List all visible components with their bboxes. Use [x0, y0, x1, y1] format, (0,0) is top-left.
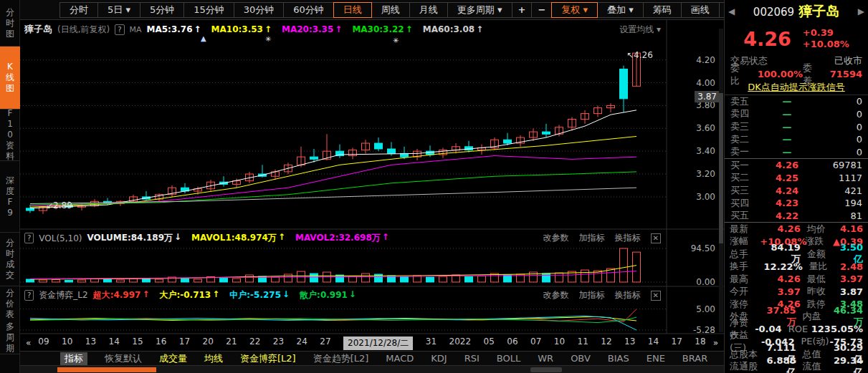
- weibi-row: 委比 100.00% 委差 71594: [725, 67, 868, 81]
- axis-label: 3.60: [696, 122, 715, 134]
- indicator-tab[interactable]: OBV: [571, 353, 591, 364]
- period-button[interactable]: 5日 ▾: [97, 2, 140, 18]
- dk-signal-link[interactable]: DK点自动提示涨跌信号: [725, 81, 868, 95]
- pane-action-links: 改参数加指标换指标: [543, 289, 641, 301]
- indicator-tab[interactable]: 资金趋势[L2]: [313, 352, 369, 365]
- indicator-tab[interactable]: 均线: [204, 352, 223, 365]
- sidebar-tab[interactable]: 多周期: [0, 321, 20, 354]
- next-stock-icon[interactable]: ▶: [858, 6, 864, 16]
- indicator-tab[interactable]: BRAR: [682, 353, 707, 364]
- trend-arrow-icon: ↑: [264, 24, 272, 34]
- stock-name: 獐子岛: [798, 2, 839, 21]
- period-button[interactable]: 5分钟: [140, 2, 184, 18]
- indicator-tab[interactable]: BIAS: [608, 353, 629, 364]
- fund-readout: 超大:4.997 ↑: [93, 289, 150, 301]
- indicator-tab[interactable]: WR: [538, 353, 553, 364]
- hscroll-thumb[interactable]: [57, 367, 156, 372]
- bid-row[interactable]: 买二 4.25 1117: [725, 172, 868, 185]
- hscroll-handle[interactable]: [530, 367, 562, 372]
- pane-action[interactable]: 换指标: [615, 232, 641, 244]
- help-icon[interactable]: ?: [24, 290, 34, 301]
- ma-line: [30, 110, 636, 208]
- bid-row[interactable]: 买三 4.24 421: [725, 184, 868, 197]
- pane-action[interactable]: 改参数: [543, 289, 569, 301]
- trend-arrow-icon: ↑: [406, 24, 413, 34]
- kline-chart-canvas[interactable]: [20, 20, 724, 335]
- sidebar-tab[interactable]: 深度F9: [0, 161, 20, 233]
- ask-row[interactable]: 卖二 — 0: [725, 133, 868, 146]
- period-button[interactable]: 周线: [371, 2, 410, 18]
- pane-action[interactable]: 加指标: [579, 232, 605, 244]
- prev-stock-icon[interactable]: ◀: [728, 6, 735, 16]
- candle: [543, 132, 550, 134]
- help-icon[interactable]: ?: [115, 24, 124, 35]
- close-pane-icon[interactable]: ✕: [651, 291, 661, 301]
- close-pane-icon[interactable]: ✕: [651, 233, 661, 243]
- scroll-right-icon[interactable]: »: [713, 338, 718, 348]
- chart-hscrollbar[interactable]: [20, 365, 724, 373]
- indicator-tab[interactable]: RSI: [464, 353, 480, 364]
- volume-bar: [555, 273, 563, 282]
- indicator-tab[interactable]: 指标: [60, 352, 87, 365]
- sidebar-tab[interactable]: K线图: [0, 47, 20, 110]
- help-icon[interactable]: ?: [24, 233, 34, 243]
- tool-button[interactable]: 筹码: [643, 2, 682, 18]
- scroll-left-icon[interactable]: «: [26, 338, 31, 348]
- period-button[interactable]: 30分钟: [234, 2, 285, 18]
- price-annotation: ↖4.26: [626, 50, 653, 60]
- pane-action[interactable]: 改参数: [543, 232, 569, 244]
- ask-row[interactable]: 卖四 — 0: [725, 108, 868, 121]
- price-annotation: ↙2.89: [46, 200, 72, 210]
- candle: [375, 143, 383, 149]
- period-button[interactable]: 分时: [59, 2, 98, 18]
- fund-readout: 散户:0.991 ↓: [300, 289, 356, 301]
- trend-arrow-icon: ↑: [476, 24, 483, 34]
- tool-button[interactable]: +: [512, 2, 533, 18]
- period-button[interactable]: 日线: [333, 2, 372, 18]
- bid-row[interactable]: 买一 4.26 69781: [725, 159, 868, 172]
- tool-button[interactable]: 叠加 ▾: [597, 2, 644, 18]
- indicator-tab[interactable]: BOLL: [497, 353, 520, 364]
- pane-action[interactable]: 换指标: [615, 289, 641, 301]
- vscroll-thumb[interactable]: [719, 93, 723, 243]
- axis-label: 0.00: [696, 276, 715, 288]
- indicator-tab[interactable]: MACD: [386, 353, 414, 364]
- date-label: 07: [530, 336, 541, 350]
- sidebar-tab[interactable]: 分价表: [0, 286, 20, 321]
- sidebar-tab[interactable]: F10资料: [0, 110, 20, 161]
- pane-action[interactable]: 加指标: [579, 289, 605, 301]
- period-button[interactable]: 60分钟: [283, 2, 334, 18]
- set-ma-button[interactable]: 设置均线 ▾: [619, 24, 661, 36]
- ask-row[interactable]: 卖三 — 0: [725, 120, 868, 133]
- sidebar-tab[interactable]: 分时图: [0, 0, 20, 47]
- ask-row[interactable]: 卖一 — 0: [725, 145, 868, 158]
- indicator-tab[interactable]: ENE: [647, 353, 665, 364]
- price-change-pct: +10.08%: [803, 39, 849, 50]
- period-button[interactable]: 更多周期 ▾: [447, 2, 512, 18]
- indicator-tab[interactable]: 成交量: [159, 352, 187, 365]
- tool-button[interactable]: 复权 ▾: [551, 2, 598, 18]
- axis-label: 94.50: [691, 243, 715, 254]
- date-label: 17: [179, 336, 190, 350]
- indicator-tab[interactable]: 资金博弈[L2]: [240, 352, 296, 365]
- ma-toggle[interactable]: MA: [130, 25, 142, 34]
- indicator-tab[interactable]: 恢复默认: [105, 352, 142, 365]
- bid-row[interactable]: 买四 4.23 194: [725, 197, 868, 210]
- period-button[interactable]: 月线: [409, 2, 448, 18]
- tool-button[interactable]: −: [531, 2, 552, 18]
- ma-readout: MA30:3.22 ↑: [352, 24, 412, 34]
- ask-row[interactable]: 卖五 — 0: [725, 95, 868, 108]
- tool-button[interactable]: 画线: [681, 2, 720, 18]
- indicator-tab[interactable]: KDJ: [431, 353, 447, 364]
- stats-row: 换手 12.22% 量比 2.48: [725, 261, 868, 273]
- volume-bar: [401, 277, 409, 282]
- period-button[interactable]: 15分钟: [183, 2, 234, 18]
- axis-label: 3.40: [696, 145, 715, 157]
- bid-row[interactable]: 买五 4.22 81: [725, 209, 868, 222]
- indicator-name: 资金博弈_L2: [39, 289, 87, 301]
- volume-bar: [362, 273, 370, 282]
- sidebar-tab[interactable]: 分时成交: [0, 233, 20, 286]
- ma-line: [30, 156, 636, 206]
- volume-bar: [349, 276, 357, 282]
- stats-row: 总手 84.19万 金额 3.50亿: [725, 248, 868, 261]
